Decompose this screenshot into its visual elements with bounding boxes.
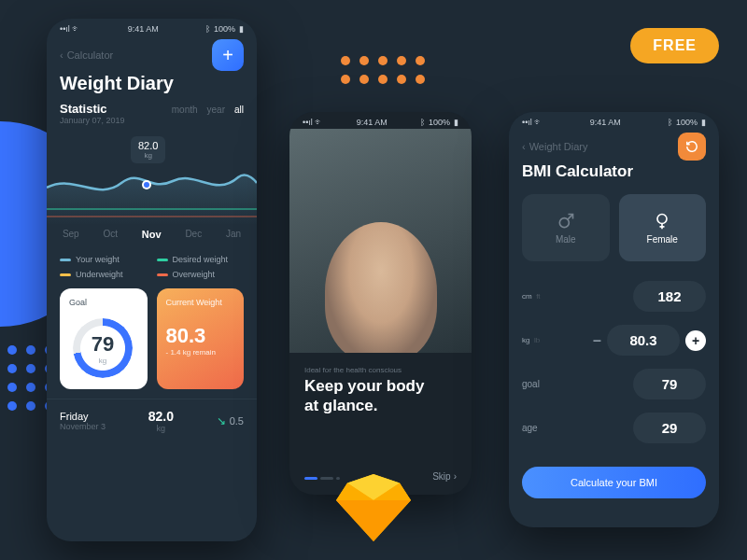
status-bar: ••ıl ᯤ 9:41 AM ᛒ100%▮ [289,112,472,129]
signal-icon: ••ıl ᯤ [303,118,323,127]
battery-icon: ▮ [239,24,244,34]
weight-minus-button[interactable]: – [593,332,601,349]
chart-marker: 82.0 kg [131,136,165,163]
bluetooth-icon: ᛒ [205,24,210,34]
sketch-logo-icon [336,474,411,541]
age-label: age [522,423,561,433]
tab-all[interactable]: all [234,105,244,115]
month-jan[interactable]: Jan [226,229,241,240]
statistic-date: January 07, 2019 [47,116,257,131]
signal-icon: ••ıl ᯤ [60,24,80,34]
onboarding-title-line1: Keep your body [289,376,472,396]
onboarding-screen: ••ıl ᯤ 9:41 AM ᛒ100%▮ Ideal for the heal… [289,112,472,495]
entry-day: Friday [60,411,89,422]
month-oct[interactable]: Oct [103,229,118,240]
battery-icon: ▮ [454,118,458,127]
reset-button[interactable] [678,133,706,161]
back-button[interactable]: ‹Calculator [60,49,113,61]
goal-card[interactable]: Goal 79kg [60,288,148,389]
svg-marker-11 [374,500,411,541]
back-button[interactable]: ‹Weight Diary [522,141,587,152]
legend-desired: Desired weight [157,255,245,264]
bluetooth-icon: ᛒ [420,118,425,127]
page-title: BMI Calculator [509,161,719,189]
month-dec[interactable]: Dec [185,229,202,240]
signal-icon: ••ıl ᯤ [522,118,543,127]
current-weight-card[interactable]: Current Weight 80.3 - 1.4 kg remain [157,288,245,389]
legend-over: Overweight [157,270,245,279]
add-button[interactable]: + [212,39,244,71]
chevron-left-icon: ‹ [522,141,526,152]
unit-lb[interactable]: lb [534,336,540,344]
chart-legend: Your weight Desired weight Underweight O… [47,249,257,288]
plus-icon: + [222,45,233,66]
status-bar: ••ıl ᯤ 9:41 AM ᛒ100%▮ [509,112,719,129]
current-label: Current Weight [166,298,235,307]
gender-male-card[interactable]: Male [522,194,610,261]
onboarding-title-line2: at glance. [289,396,472,415]
status-time: 9:41 AM [590,118,621,127]
svg-point-3 [144,182,149,188]
entry-delta: 0.5 [230,415,244,427]
chart-marker-value: 82.0 [138,140,158,151]
goal-label: Goal [69,298,138,307]
gender-female-card[interactable]: Female [619,194,707,261]
skip-button[interactable]: Skip› [432,471,457,482]
chevron-left-icon: ‹ [60,49,63,61]
unit-kg[interactable]: kg [522,336,529,344]
entry-unit: kg [148,424,174,433]
history-entry[interactable]: Friday November 3 82.0 kg ↘ 0.5 [47,399,257,433]
free-badge: FREE [630,28,719,63]
weight-input[interactable]: 80.3 [607,325,680,356]
status-time: 9:41 AM [357,118,388,127]
status-battery: 100% [214,24,235,34]
goal-label: goal [522,379,561,389]
refresh-icon [685,140,698,153]
weight-plus-button[interactable]: + [685,330,706,351]
back-label: Calculator [67,49,114,61]
chart-months: Sep Oct Nov Dec Jan [47,229,257,249]
onboarding-subtitle: Ideal for the health conscious [289,353,472,376]
male-icon [557,212,575,231]
svg-point-5 [657,214,667,223]
status-time: 9:41 AM [128,24,159,34]
goal-unit: kg [99,357,106,365]
height-input[interactable]: 182 [633,281,706,312]
arrow-down-right-icon: ↘ [217,414,226,427]
unit-ft[interactable]: ft [536,292,540,301]
month-nov[interactable]: Nov [142,229,162,240]
plus-icon: + [692,333,699,348]
tab-month[interactable]: month [172,105,198,115]
statistic-label: Statistic [60,102,107,116]
decor-orange-dots [341,56,425,84]
chevron-right-icon: › [454,471,457,482]
weight-diary-screen: ••ıl ᯤ 9:41 AM ᛒ100%▮ ‹Calculator + Weig… [47,19,257,541]
entry-date: November 3 [60,422,106,431]
bmi-calculator-screen: ••ıl ᯤ 9:41 AM ᛒ100%▮ ‹Weight Diary BMI … [509,112,719,527]
chart-marker-unit: kg [138,151,158,160]
goal-input[interactable]: 79 [633,369,706,399]
battery-icon: ▮ [701,118,706,127]
goal-value: 79 [92,332,114,357]
age-input[interactable]: 29 [633,413,706,443]
status-bar: ••ıl ᯤ 9:41 AM ᛒ100%▮ [47,19,257,35]
unit-cm[interactable]: cm [522,292,532,301]
calculate-bmi-button[interactable]: Calculate your BMI [522,467,706,498]
current-remain: - 1.4 kg remain [166,348,235,357]
tab-year[interactable]: year [207,105,225,115]
current-value: 80.3 [166,324,206,347]
legend-under: Underweight [60,270,148,279]
female-icon [653,212,671,231]
month-sep[interactable]: Sep [63,229,79,240]
weight-chart[interactable]: 82.0 kg [47,136,257,225]
svg-marker-10 [336,500,374,541]
entry-weight: 82.0 [148,409,174,424]
hero-image [289,129,472,353]
legend-your: Your weight [60,255,148,264]
bluetooth-icon: ᛒ [668,118,672,127]
page-title: Weight Diary [47,71,257,102]
